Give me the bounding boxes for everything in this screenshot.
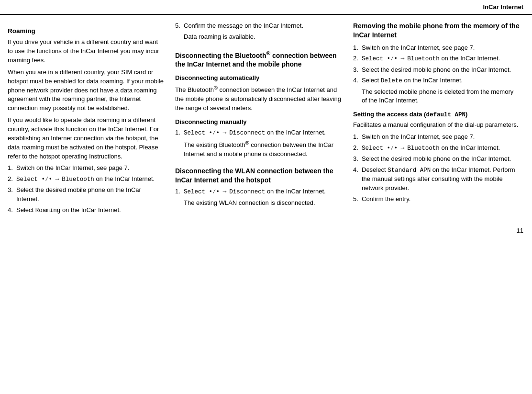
apn-step2: 2. Select •∕• → Bluetooth on the InCar I…: [353, 144, 520, 153]
remove-step2: 2. Select •∕• → Bluetooth on the InCar I…: [353, 54, 520, 63]
roaming-para2: When you are in a different country, you…: [8, 68, 164, 113]
col3-removing: Removing the mobile phone from the memor…: [347, 22, 525, 217]
disconnect-auto-text: The Bluetooth® connection between the In…: [175, 84, 342, 113]
roaming-step2: 2. Select •∕• → Bluetooth on the InCar I…: [8, 175, 164, 184]
roaming-step1: 1. Switch on the InCar Internet, see pag…: [8, 164, 164, 173]
disconnect-bt-heading: Disconnecting the Bluetooth® connection …: [175, 49, 342, 69]
disconnect-manual-note: The existing Bluetooth® connection betwe…: [184, 139, 342, 159]
remove-note: The selected mobile phone is deleted fro…: [362, 88, 520, 106]
apn-heading: Setting the access data (default APN): [353, 110, 520, 119]
roaming-para3: If you would like to operate data roamin…: [8, 116, 164, 161]
disconnect-wlan-note: The existing WLAN connection is disconne…: [184, 199, 342, 208]
roaming-heading: Roaming: [8, 26, 164, 36]
roaming-step3: 3. Select the desired mobile phone on th…: [8, 186, 164, 204]
remove-step4: 4. Select Delete on the InCar Internet.: [353, 76, 520, 85]
disconnect-wlan-step1: 1. Select •∕• → Disconnect on the InCar …: [175, 187, 342, 196]
apn-step5: 5. Confirm the entry.: [353, 195, 520, 204]
col1-roaming: Roaming If you drive your vehicle in a d…: [7, 22, 169, 217]
remove-phone-heading: Removing the mobile phone from the memor…: [353, 22, 520, 40]
col2-step5: 5. Confirm the message on the InCar Inte…: [175, 22, 342, 31]
remove-step3: 3. Select the desired mobile phone on th…: [353, 66, 520, 75]
disconnect-wlan-heading: Disconnecting the WLAN connection betwee…: [175, 167, 342, 185]
col2-disconnecting: 5. Confirm the message on the InCar Inte…: [169, 22, 347, 217]
apn-step4: 4. Deselect Standard APN on the InCar In…: [353, 166, 520, 193]
page-number: 11: [517, 227, 523, 234]
page-header: InCar Internet: [0, 0, 532, 15]
col2-data-roaming-note: Data roaming is available.: [184, 33, 342, 42]
roaming-para1: If you drive your vehicle in a different…: [8, 38, 164, 65]
disconnect-manual-step1: 1. Select •∕• → Disconnect on the InCar …: [175, 128, 342, 137]
disconnect-auto-heading: Disconnecting automatically: [175, 74, 342, 83]
apn-intro: Facilitates a manual configuration of th…: [353, 121, 520, 130]
disconnect-manual-heading: Disconnecting manually: [175, 118, 342, 127]
apn-step1: 1. Switch on the InCar Internet, see pag…: [353, 133, 520, 142]
apn-step3: 3. Select the desired mobile phone on th…: [353, 155, 520, 164]
remove-step1: 1. Switch on the InCar Internet, see pag…: [353, 44, 520, 53]
roaming-step4: 4. Select Roaming on the InCar Internet.: [8, 206, 164, 215]
page-title: InCar Internet: [483, 3, 523, 11]
